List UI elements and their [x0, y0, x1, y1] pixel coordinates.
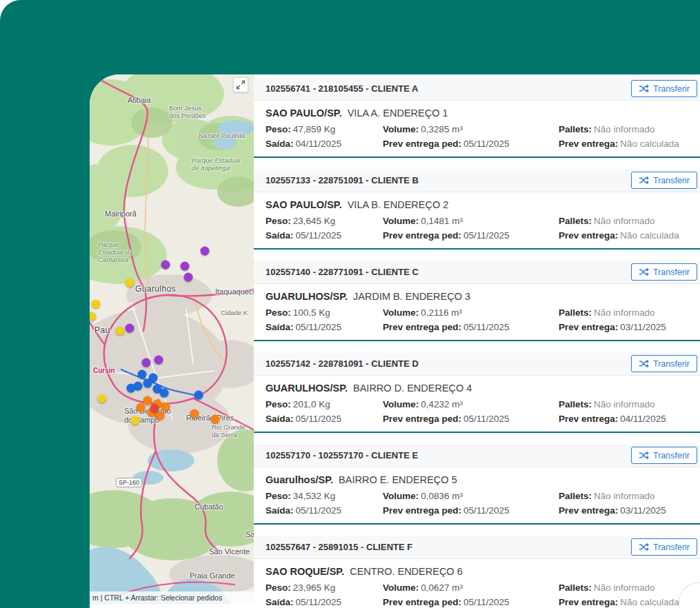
order-city: SAO PAULO/SP. — [266, 199, 342, 210]
order-card-body: SAO ROQUE/SP. CENTRO. ENDEREÇO 6 Peso:23… — [254, 559, 700, 608]
map-marker[interactable] — [126, 278, 134, 287]
map-marker[interactable] — [161, 261, 170, 270]
order-info-grid: Peso:100,5 Kg Volume:0,2116 m³ Pallets:N… — [266, 307, 700, 333]
map-marker[interactable] — [131, 416, 140, 425]
volume-cell: Volume:0,3285 m³ — [383, 123, 559, 135]
order-card[interactable]: 102557133 - 228751091 - CLIENTE B Transf… — [254, 169, 700, 250]
transfer-button[interactable]: Transferir — [631, 263, 697, 281]
map-marker[interactable] — [92, 300, 101, 309]
order-card-header: 102557142 - 228781091 - CLIENTE D Transf… — [254, 352, 700, 376]
volume-value: 0,2116 m³ — [421, 307, 462, 318]
map-markers — [90, 74, 254, 604]
prev-entrega-label: Prev entrega: — [559, 230, 618, 241]
prev-entrega-cell: Prev entrega:03/11/2025 — [559, 321, 700, 333]
order-card[interactable]: 102557647 - 25891015 - CLIENTE F Transfe… — [254, 536, 700, 608]
order-info-grid: Peso:201,0 Kg Volume:0,4232 m³ Pallets:N… — [266, 398, 700, 425]
map-marker[interactable] — [98, 394, 107, 403]
order-card-header: 102557140 - 228771091 - CLIENTE C Transf… — [254, 261, 700, 284]
map-marker[interactable] — [138, 370, 147, 379]
peso-label: Peso: — [266, 216, 291, 226]
order-card[interactable]: 102556741 - 218105455 - CLIENTE A Transf… — [254, 77, 700, 158]
map-marker[interactable] — [161, 403, 170, 412]
volume-cell: Volume:0,2116 m³ — [383, 307, 559, 318]
transfer-button-label: Transferir — [653, 451, 690, 460]
map-marker[interactable] — [154, 356, 163, 365]
map-marker[interactable] — [201, 247, 210, 256]
map-marker[interactable] — [211, 415, 220, 424]
map-marker[interactable] — [190, 409, 199, 418]
peso-cell: Peso:23,645 Kg — [266, 215, 383, 227]
transfer-button-label: Transferir — [653, 176, 690, 185]
volume-label: Volume: — [383, 307, 419, 318]
pallets-label: Pallets: — [559, 216, 592, 226]
pallets-label: Pallets: — [559, 124, 592, 134]
order-address-line: GUARULHOS/SP. BAIRRO D. ENDEREÇO 4 — [266, 382, 700, 394]
order-card-body: GUARULHOS/SP. JARDIM B. ENDEREÇO 3 Peso:… — [254, 284, 700, 340]
map-marker[interactable] — [90, 312, 97, 321]
prev-entrega-ped-value: 05/11/2025 — [463, 597, 510, 607]
transfer-button[interactable]: Transferir — [631, 447, 697, 464]
pallets-label: Pallets: — [559, 582, 592, 593]
saida-value: 05/11/2025 — [296, 414, 342, 424]
map-marker[interactable] — [181, 262, 190, 271]
prev-entrega-ped-label: Prev entrega ped: — [383, 414, 461, 424]
saida-value: 05/11/2025 — [296, 597, 342, 607]
order-address-line: Guarulhos/SP. BAIRRO E. ENDEREÇO 5 — [266, 474, 700, 486]
saida-cell: Saída:05/11/2025 — [266, 505, 383, 516]
order-card[interactable]: 102557142 - 228781091 - CLIENTE D Transf… — [254, 352, 700, 433]
prev-entrega-ped-value: 05/11/2025 — [463, 505, 510, 516]
order-card[interactable]: 102557140 - 228771091 - CLIENTE C Transf… — [254, 261, 700, 341]
prev-entrega-ped-cell: Prev entrega ped:05/11/2025 — [383, 321, 559, 333]
volume-value: 0,4232 m³ — [421, 399, 463, 409]
map-marker[interactable] — [127, 384, 136, 393]
map-marker[interactable] — [150, 404, 159, 413]
map-panel[interactable]: AtibaiaBom Jesus dos PerdõesNazaré Pauli… — [90, 74, 254, 604]
pallets-cell: Pallets:Não informado — [559, 398, 700, 410]
map-marker[interactable] — [156, 412, 165, 420]
saida-label: Saída: — [266, 597, 294, 607]
volume-cell: Volume:0,0627 m³ — [383, 582, 559, 594]
map-marker[interactable] — [126, 324, 134, 333]
order-card[interactable]: 102557170 - 102557170 - CLIENTE E Transf… — [254, 444, 700, 525]
prev-entrega-value: 04/11/2025 — [620, 414, 666, 424]
pallets-value: Não informado — [594, 124, 655, 134]
volume-value: 0,0836 m³ — [421, 491, 463, 501]
map-marker[interactable] — [143, 396, 152, 405]
saida-cell: Saída:04/11/2025 — [266, 138, 383, 150]
peso-cell: Peso:34,532 Kg — [266, 490, 383, 502]
map-marker[interactable] — [137, 403, 146, 412]
prev-entrega-label: Prev entrega: — [559, 139, 618, 149]
peso-cell: Peso:201,0 Kg — [266, 398, 383, 410]
transfer-button-label: Transferir — [653, 267, 690, 277]
map-expand-button[interactable] — [233, 77, 248, 92]
map-marker[interactable] — [184, 273, 193, 282]
prev-entrega-ped-cell: Prev entrega ped:05/11/2025 — [383, 138, 559, 150]
order-address-line: SAO PAULO/SP. VILA B. ENDEREÇO 2 — [266, 199, 700, 211]
map-marker[interactable] — [142, 358, 151, 367]
prev-entrega-ped-cell: Prev entrega ped:05/11/2025 — [383, 413, 559, 425]
saida-value: 05/11/2025 — [296, 322, 342, 332]
order-address: VILA A. ENDEREÇO 1 — [348, 108, 448, 119]
prev-entrega-label: Prev entrega: — [559, 597, 618, 607]
transfer-button[interactable]: Transferir — [631, 172, 697, 189]
pallets-label: Pallets: — [559, 399, 592, 409]
map-marker[interactable] — [143, 379, 152, 388]
order-info-grid: Peso:23,965 Kg Volume:0,0627 m³ Pallets:… — [266, 582, 700, 608]
prev-entrega-ped-value: 05/11/2025 — [463, 230, 510, 241]
map-marker[interactable] — [160, 389, 169, 398]
map-marker[interactable] — [116, 327, 125, 336]
transfer-button[interactable]: Transferir — [631, 355, 697, 372]
map-attribution: m | CTRL + Arrastar: Selecionar pedidos — [90, 591, 254, 604]
orders-list[interactable]: 102556741 - 218105455 - CLIENTE A Transf… — [254, 74, 700, 608]
order-address: JARDIM B. ENDEREÇO 3 — [353, 291, 470, 302]
pallets-value: Não informado — [594, 307, 655, 318]
volume-value: 0,3285 m³ — [421, 124, 463, 134]
transfer-button[interactable]: Transferir — [631, 80, 697, 97]
prev-entrega-ped-label: Prev entrega ped: — [383, 230, 461, 241]
transfer-button[interactable]: Transferir — [631, 538, 697, 556]
order-title: 102557133 - 228751091 - CLIENTE B — [266, 175, 419, 185]
map-marker[interactable] — [194, 391, 203, 400]
pallets-cell: Pallets:Não informado — [559, 215, 700, 227]
peso-label: Peso: — [266, 124, 291, 134]
order-title: 102557140 - 228771091 - CLIENTE C — [266, 267, 419, 277]
